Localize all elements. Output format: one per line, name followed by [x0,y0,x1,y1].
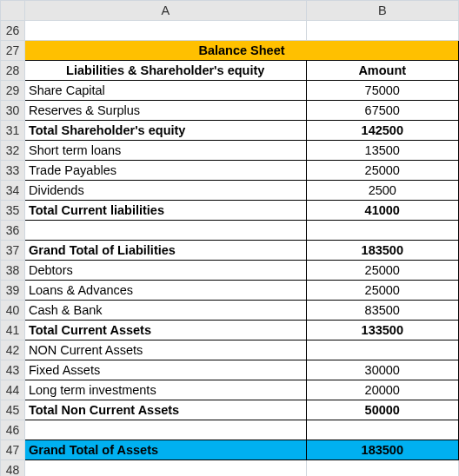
cell-A36[interactable] [24,221,306,241]
row-header[interactable]: 29 [1,81,25,101]
cell-A42[interactable]: NON Current Assets [24,340,306,360]
row-header[interactable]: 38 [1,261,25,281]
cell-B30[interactable]: 67500 [306,101,458,121]
cell-A44[interactable]: Long term investments [24,380,306,400]
row-header[interactable]: 43 [1,360,25,380]
row-header[interactable]: 28 [1,61,25,81]
row-header[interactable]: 44 [1,380,25,400]
cell-B32[interactable]: 13500 [306,141,458,161]
cell-B45[interactable]: 50000 [306,400,458,420]
row-header[interactable]: 31 [1,121,25,141]
cell-A46[interactable] [24,420,306,440]
cell-B26[interactable] [306,21,458,41]
column-header-B[interactable]: B [306,1,458,21]
row-header[interactable]: 27 [1,41,25,61]
cell-A35[interactable]: Total Current liabilities [24,201,306,221]
column-header-A[interactable]: A [24,1,306,21]
row-header[interactable]: 41 [1,321,25,340]
cell-B44[interactable]: 20000 [306,380,458,400]
cell-A48[interactable] [24,460,306,477]
cell-A47[interactable]: Grand Total of Assets [24,440,306,460]
table-header-A[interactable]: Liabilities & Shareholder's equity [24,61,306,81]
row-header[interactable]: 46 [1,420,25,440]
row-header[interactable]: 32 [1,141,25,161]
cell-A38[interactable]: Debtors [24,261,306,281]
cell-A30[interactable]: Reserves & Surplus [24,101,306,121]
cell-A37[interactable]: Grand Total of Liabilities [24,241,306,261]
row-header[interactable]: 34 [1,181,25,201]
table-header-B[interactable]: Amount [306,61,458,81]
cell-B36[interactable] [306,221,458,241]
cell-A31[interactable]: Total Shareholder's equity [24,121,306,141]
cell-B33[interactable]: 25000 [306,161,458,181]
cell-A43[interactable]: Fixed Assets [24,360,306,380]
row-header[interactable]: 39 [1,281,25,301]
cell-B41[interactable]: 133500 [306,321,458,340]
cell-B31[interactable]: 142500 [306,121,458,141]
row-header[interactable]: 48 [1,460,25,477]
row-header[interactable]: 45 [1,400,25,420]
cell-B48[interactable] [306,460,458,477]
cell-B42[interactable] [306,340,458,360]
cell-B29[interactable]: 75000 [306,81,458,101]
cell-B40[interactable]: 83500 [306,301,458,321]
cell-B46[interactable] [306,420,458,440]
sheet-title[interactable]: Balance Sheet [24,41,458,61]
row-header[interactable]: 30 [1,101,25,121]
cell-A39[interactable]: Loans & Advances [24,281,306,301]
row-header[interactable]: 42 [1,340,25,360]
cell-B37[interactable]: 183500 [306,241,458,261]
cell-A33[interactable]: Trade Payables [24,161,306,181]
cell-A26[interactable] [24,21,306,41]
row-header[interactable]: 33 [1,161,25,181]
cell-A40[interactable]: Cash & Bank [24,301,306,321]
select-all-corner[interactable] [1,1,25,21]
cell-A29[interactable]: Share Capital [24,81,306,101]
cell-B43[interactable]: 30000 [306,360,458,380]
cell-A32[interactable]: Short term loans [24,141,306,161]
row-header[interactable]: 36 [1,221,25,241]
row-header[interactable]: 26 [1,21,25,41]
row-header[interactable]: 40 [1,301,25,321]
cell-B34[interactable]: 2500 [306,181,458,201]
cell-B35[interactable]: 41000 [306,201,458,221]
cell-B39[interactable]: 25000 [306,281,458,301]
row-header[interactable]: 35 [1,201,25,221]
spreadsheet-grid[interactable]: AB2627Balance Sheet28Liabilities & Share… [0,0,459,476]
cell-B47[interactable]: 183500 [306,440,458,460]
row-header[interactable]: 37 [1,241,25,261]
row-header[interactable]: 47 [1,440,25,460]
cell-A34[interactable]: Dividends [24,181,306,201]
cell-A45[interactable]: Total Non Current Assets [24,400,306,420]
cell-A41[interactable]: Total Current Assets [24,321,306,340]
cell-B38[interactable]: 25000 [306,261,458,281]
